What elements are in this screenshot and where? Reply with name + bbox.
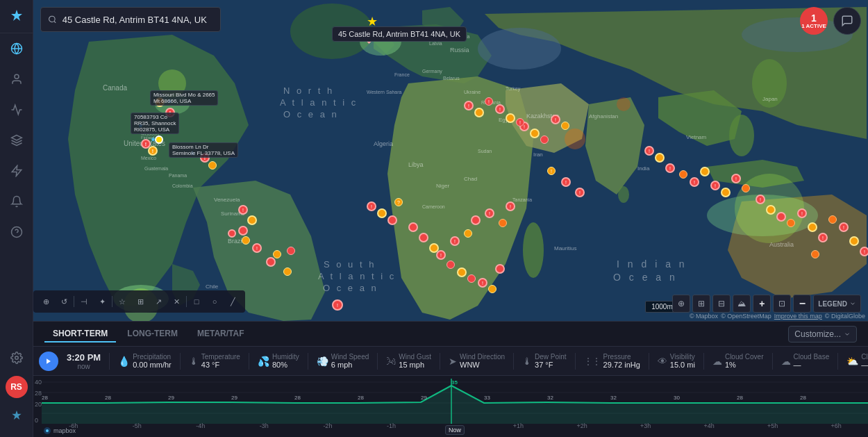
avatar[interactable]: RS [6, 376, 28, 398]
toolbar-star[interactable]: ☆ [114, 293, 131, 310]
marker-eu-2[interactable] [474, 108, 484, 117]
marker-af-12[interactable]: ! [478, 278, 487, 288]
marker-sea-9[interactable]: ! [731, 174, 741, 183]
layer1-button[interactable]: ⊞ [692, 295, 710, 313]
toolbar-grid[interactable]: ⊞ [132, 293, 149, 310]
sidebar-item-user[interactable] [0, 64, 33, 94]
marker-eu-6[interactable]: ! [516, 118, 524, 126]
marker-sa-10[interactable] [287, 247, 295, 255]
marker-af-20[interactable]: ! [506, 201, 515, 211]
toolbar-arrow[interactable]: ↗ [150, 293, 167, 310]
tab-metar-taf[interactable]: METAR/TAF [189, 326, 253, 343]
terrain-button[interactable]: ⛰ [733, 295, 751, 313]
marker-us-4[interactable]: ! [148, 146, 158, 156]
zoom-out-button[interactable]: − [793, 295, 811, 313]
marker-me-5[interactable] [561, 122, 569, 130]
marker-sa-5[interactable]: ! [252, 243, 262, 253]
marker-af-13[interactable] [488, 285, 496, 293]
toolbar-close[interactable]: ✕ [168, 293, 185, 310]
marker-sea-6[interactable] [700, 167, 710, 176]
marker-sa-6[interactable] [228, 229, 236, 238]
marker-sea-14[interactable] [787, 219, 795, 227]
search-bar[interactable] [40, 7, 221, 32]
marker-af-14[interactable] [495, 264, 505, 274]
marker-eu-5[interactable] [506, 113, 515, 123]
marker-sea-4[interactable] [679, 170, 687, 179]
marker-af-3[interactable] [387, 215, 397, 225]
sidebar-item-settings[interactable] [0, 343, 33, 373]
marker-me-2[interactable] [530, 129, 540, 138]
marker-sa-2[interactable] [247, 215, 257, 225]
marker-as-2[interactable]: ! [561, 177, 571, 187]
frame-button[interactable]: ⊡ [773, 295, 791, 313]
marker-eu-3[interactable]: ! [485, 97, 493, 106]
marker-sea-5[interactable]: ! [690, 177, 699, 187]
marker-sa-9[interactable] [283, 267, 292, 276]
marker-af-10[interactable] [457, 267, 467, 277]
toolbar-settings[interactable]: ✦ [94, 293, 110, 310]
sidebar-item-help[interactable] [0, 217, 33, 247]
marker-af-4[interactable]: ? [394, 198, 403, 206]
notification-button[interactable]: 1 1 ACTIVE [800, 7, 828, 35]
tab-short-term[interactable]: SHORT-TERM [44, 326, 116, 343]
marker-eu-1[interactable]: ! [464, 101, 474, 110]
marker-us-7[interactable] [208, 161, 217, 170]
timeline-chart[interactable]: 40 28 20 0 28 28 29 29 28 28 [33, 376, 868, 437]
marker-sea-11[interactable]: ! [756, 195, 765, 204]
toolbar-pen[interactable]: ╱ [224, 293, 241, 310]
marker-sea-8[interactable] [721, 188, 731, 197]
marker-sea-15[interactable]: ! [797, 208, 807, 218]
marker-af-15[interactable]: ! [450, 236, 460, 246]
marker-sea-20[interactable] [849, 236, 859, 246]
marker-sea-10[interactable] [742, 184, 750, 192]
sidebar-item-alerts[interactable] [0, 186, 33, 217]
toolbar-rect[interactable]: □ [188, 293, 205, 310]
marker-sea-18[interactable] [828, 215, 837, 224]
toolbar-layers[interactable]: ⊕ [37, 293, 54, 310]
marker-af-5[interactable] [408, 222, 418, 232]
marker-sea-13[interactable] [776, 212, 786, 222]
marker-af-1[interactable]: ! [367, 201, 376, 211]
sidebar-item-layers[interactable] [0, 125, 33, 156]
marker-eu-4[interactable]: ! [495, 104, 505, 114]
marker-sea-2[interactable] [655, 153, 665, 163]
toolbar-refresh[interactable]: ↺ [56, 293, 72, 310]
marker-sa-4[interactable] [242, 236, 250, 245]
marker-as-3[interactable]: ! [575, 188, 585, 197]
search-input[interactable] [62, 15, 213, 25]
marker-sea-21[interactable]: ! [860, 247, 868, 256]
marker-af-16[interactable] [464, 229, 472, 238]
marker-sea-3[interactable]: ! [665, 163, 675, 173]
bottom-activity-marker[interactable]: ! [332, 299, 343, 311]
sidebar-item-location[interactable] [0, 156, 33, 186]
marker-sa-1[interactable]: ! [238, 205, 248, 215]
chat-button[interactable] [833, 7, 861, 35]
marker-af-8[interactable]: ! [436, 250, 446, 260]
marker-af-2[interactable] [377, 208, 387, 218]
marker-af-9[interactable] [446, 261, 455, 269]
marker-sa-8[interactable] [266, 257, 276, 267]
marker-sea-17[interactable]: ! [818, 233, 828, 242]
map-container[interactable]: N o r t h A t l a n t i c O c e a n S o … [33, 0, 868, 321]
legend-button[interactable]: LEGEND [813, 295, 861, 313]
marker-sea-12[interactable] [766, 205, 776, 215]
sidebar-item-chart[interactable] [0, 94, 33, 125]
compass-button[interactable]: ⊕ [672, 295, 690, 313]
marker-af-11[interactable] [467, 274, 476, 283]
sidebar-item-globe[interactable] [0, 33, 33, 64]
marker-me-4[interactable]: ! [551, 115, 560, 124]
marker-sea-1[interactable]: ! [644, 146, 654, 156]
marker-sea-19[interactable]: ! [839, 222, 849, 232]
marker-sea-22[interactable] [811, 250, 819, 258]
marker-af-18[interactable]: ! [485, 208, 494, 218]
customize-button[interactable]: Customize... [788, 326, 857, 343]
marker-af-17[interactable] [471, 215, 481, 225]
marker-sea-16[interactable] [808, 222, 817, 232]
marker-sea-7[interactable]: ! [710, 181, 720, 190]
marker-af-19[interactable] [499, 219, 507, 227]
marker-me-3[interactable] [540, 135, 549, 144]
tab-long-term[interactable]: LONG-TERM [119, 326, 186, 343]
toolbar-split[interactable]: ⊣ [76, 293, 92, 310]
marker-as-1[interactable]: ! [547, 167, 556, 175]
layer2-button[interactable]: ⊟ [712, 295, 731, 313]
